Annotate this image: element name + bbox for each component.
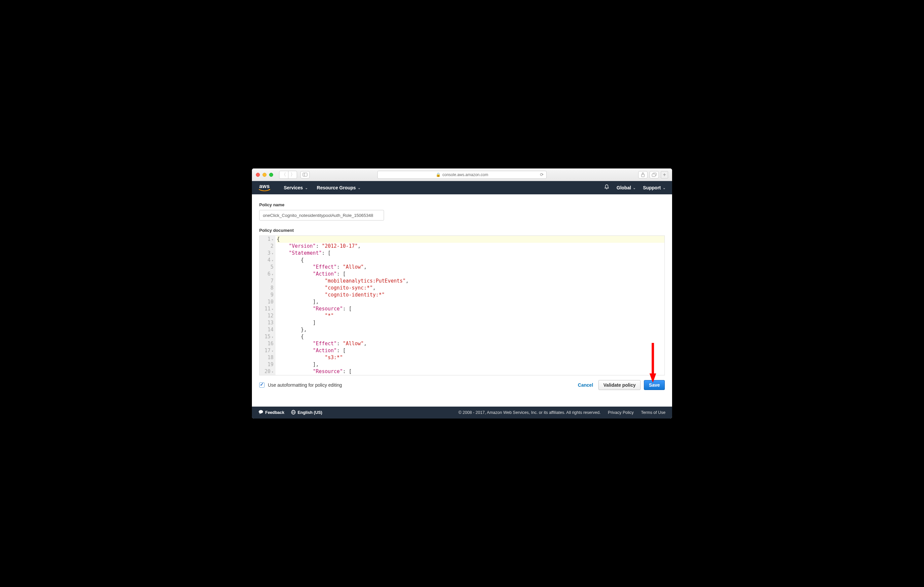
reload-icon[interactable]: ⟳ <box>540 172 544 177</box>
feedback-link[interactable]: Feedback <box>259 410 284 415</box>
speech-bubble-icon <box>259 410 263 415</box>
code-line[interactable]: { <box>277 257 665 264</box>
line-number: 2 <box>264 243 274 250</box>
fold-icon[interactable]: ▾ <box>272 250 274 257</box>
validate-policy-button[interactable]: Validate policy <box>598 380 640 390</box>
policy-document-label: Policy document <box>259 228 665 233</box>
address-bar[interactable]: 🔒 console.aws.amazon.com ⟳ <box>377 171 547 179</box>
code-line[interactable]: "s3:*" <box>277 354 665 361</box>
services-menu[interactable]: Services ⌄ <box>284 185 308 190</box>
line-number: 4▾ <box>264 257 274 264</box>
fold-icon[interactable]: ▾ <box>272 271 274 278</box>
terms-link[interactable]: Terms of Use <box>641 410 665 415</box>
resource-groups-label: Resource Groups <box>317 185 356 190</box>
lock-icon: 🔒 <box>436 173 441 177</box>
copyright-text: © 2008 - 2017, Amazon Web Services, Inc.… <box>458 410 601 415</box>
nav-buttons: 〈 〉 <box>279 171 297 179</box>
code-line[interactable]: "Action": [ <box>277 347 665 354</box>
fold-icon[interactable]: ▾ <box>272 334 274 340</box>
fold-icon[interactable]: ▾ <box>272 306 274 313</box>
fold-icon[interactable]: ▾ <box>272 347 274 355</box>
code-line[interactable]: { <box>277 236 665 243</box>
cancel-button[interactable]: Cancel <box>578 382 593 388</box>
resource-groups-menu[interactable]: Resource Groups ⌄ <box>317 185 360 190</box>
line-number: 17▾ <box>264 347 274 354</box>
svg-rect-0 <box>303 173 307 176</box>
back-button[interactable]: 〈 <box>279 171 288 178</box>
support-label: Support <box>643 185 661 190</box>
code-line[interactable]: "Effect": "Allow", <box>277 264 665 271</box>
tabs-button[interactable] <box>650 171 659 178</box>
code-line[interactable]: "Resource": [ <box>277 306 665 312</box>
action-bar: Use autoformatting for policy editing Ca… <box>259 375 665 396</box>
policy-name-value: oneClick_Cognito_notesidentitypoolAuth_R… <box>263 213 373 218</box>
aws-header: aws Services ⌄ Resource Groups ⌄ Global … <box>252 181 672 194</box>
line-number: 6▾ <box>264 271 274 278</box>
window-controls <box>256 173 273 177</box>
code-line[interactable]: ], <box>277 361 665 368</box>
minimize-window-button[interactable] <box>262 173 267 177</box>
url-text: console.aws.amazon.com <box>442 173 488 177</box>
region-label: Global <box>617 185 631 190</box>
maximize-window-button[interactable] <box>269 173 273 177</box>
code-line[interactable]: "cognito-sync:*", <box>277 284 665 291</box>
safari-window: 〈 〉 🔒 console.aws.amazon.com ⟳ + aws <box>252 168 672 419</box>
line-number: 10 <box>264 298 274 306</box>
code-line[interactable]: "mobileanalytics:PutEvents", <box>277 278 665 284</box>
fold-icon[interactable]: ▾ <box>272 257 274 264</box>
fold-icon[interactable]: ▾ <box>272 368 274 375</box>
new-tab-button[interactable]: + <box>661 171 668 178</box>
fold-icon[interactable]: ▾ <box>272 236 274 243</box>
code-line[interactable]: "Action": [ <box>277 271 665 278</box>
aws-logo[interactable]: aws <box>259 184 271 191</box>
line-number: 18 <box>264 354 274 361</box>
editor-code[interactable]: { "Version": "2012-10-17", "Statement": … <box>276 236 665 375</box>
code-line[interactable]: }, <box>277 326 665 333</box>
code-line[interactable]: "Version": "2012-10-17", <box>277 243 665 250</box>
code-line[interactable]: "Statement": [ <box>277 250 665 257</box>
code-line[interactable]: "*" <box>277 312 665 319</box>
line-number: 11▾ <box>264 306 274 312</box>
policy-name-input[interactable]: oneClick_Cognito_notesidentitypoolAuth_R… <box>259 210 384 220</box>
svg-point-9 <box>259 410 263 414</box>
editor-gutter: 1▾23▾4▾56▾7891011▾12131415▾1617▾181920▾ <box>259 236 276 375</box>
aws-footer: Feedback English (US) © 2008 - 2017, Ama… <box>252 406 672 419</box>
autoformat-checkbox[interactable] <box>259 382 264 388</box>
code-line[interactable]: ], <box>277 298 665 306</box>
policy-name-label: Policy name <box>259 202 665 207</box>
code-line[interactable]: { <box>277 333 665 340</box>
line-number: 12 <box>264 312 274 319</box>
browser-titlebar: 〈 〉 🔒 console.aws.amazon.com ⟳ + <box>252 168 672 181</box>
line-number: 14 <box>264 326 274 333</box>
close-window-button[interactable] <box>256 173 260 177</box>
line-number: 19 <box>264 361 274 368</box>
share-button[interactable] <box>638 171 648 178</box>
line-number: 5 <box>264 264 274 271</box>
line-number: 8 <box>264 284 274 291</box>
language-link[interactable]: English (US) <box>291 410 322 416</box>
line-number: 16 <box>264 340 274 347</box>
code-line[interactable]: "Resource": [ <box>277 368 665 375</box>
svg-rect-5 <box>652 174 655 176</box>
privacy-link[interactable]: Privacy Policy <box>608 410 634 415</box>
line-number: 3▾ <box>264 250 274 257</box>
line-number: 15▾ <box>264 333 274 340</box>
code-line[interactable]: ] <box>277 319 665 326</box>
code-line[interactable]: "cognito-identity:*" <box>277 291 665 298</box>
autoformat-label: Use autoformatting for policy editing <box>268 382 342 388</box>
code-line[interactable]: "Effect": "Allow", <box>277 340 665 347</box>
line-number: 20▾ <box>264 368 274 375</box>
line-number: 13 <box>264 319 274 326</box>
notifications-icon[interactable] <box>604 184 609 191</box>
line-number: 9 <box>264 291 274 298</box>
sidebar-button[interactable] <box>300 171 310 178</box>
save-button[interactable]: Save <box>644 380 665 390</box>
forward-button[interactable]: 〉 <box>288 171 297 178</box>
policy-editor[interactable]: 1▾23▾4▾56▾7891011▾12131415▾1617▾181920▾ … <box>259 235 665 375</box>
services-label: Services <box>284 185 303 190</box>
support-menu[interactable]: Support ⌄ <box>643 185 665 190</box>
region-menu[interactable]: Global ⌄ <box>617 185 636 190</box>
chevron-down-icon: ⌄ <box>663 186 665 190</box>
chevron-down-icon: ⌄ <box>305 186 308 190</box>
main-content: Policy name oneClick_Cognito_notesidenti… <box>252 194 672 406</box>
